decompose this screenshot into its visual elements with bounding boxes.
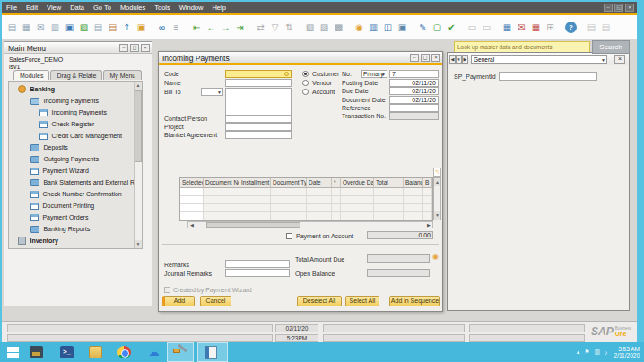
new-document-icon[interactable]: ▢	[431, 22, 443, 33]
table-cell[interactable]	[307, 196, 332, 204]
report-alert-icon[interactable]: ▦	[530, 22, 542, 33]
scroll-left-icon[interactable]: ◀	[188, 222, 196, 228]
vendor-radio-label[interactable]: Vendor	[312, 80, 332, 86]
sidebar-item-deposits[interactable]: Deposits	[30, 142, 143, 153]
sp-paymentid-field[interactable]	[499, 72, 597, 81]
table-horizontal-scrollbar[interactable]: ◀ ▶	[187, 221, 433, 228]
choose-from-list-icon[interactable]	[284, 72, 289, 76]
table-cell[interactable]	[180, 204, 204, 212]
table-cell[interactable]	[341, 212, 374, 220]
vendor-radio[interactable]	[302, 80, 309, 86]
bill-to-dropdown[interactable]: ▼	[201, 88, 223, 96]
menu-help[interactable]: Help	[212, 4, 225, 12]
sidebar-item-document-printing[interactable]: Document Printing	[30, 200, 143, 211]
file-explorer-icon[interactable]	[89, 346, 102, 358]
category-list-icon[interactable]: ▾	[456, 55, 462, 64]
sidebar-item-outgoing-payments[interactable]: Outgoing Payments	[30, 153, 143, 165]
table-cell[interactable]	[180, 188, 204, 196]
table-cell[interactable]	[204, 212, 239, 220]
sidebar-item-check-number-confirmation[interactable]: Check Number Confirmation	[30, 188, 143, 200]
column-header-installment[interactable]: Installment	[239, 178, 271, 188]
split-window-icon[interactable]: ◫	[382, 22, 394, 33]
find-icon[interactable]: ∞	[156, 22, 168, 33]
form-settings2-icon[interactable]: ▤	[600, 22, 612, 33]
sidebar-item-credit-card-management[interactable]: Credit Card Management	[39, 130, 143, 142]
scroll-right-icon[interactable]: ▶	[425, 222, 432, 228]
table-cell[interactable]	[332, 196, 341, 204]
table-cell[interactable]	[404, 204, 423, 212]
form-settings-icon[interactable]: ▤	[586, 22, 597, 33]
filter-icon[interactable]: ▽	[269, 22, 281, 33]
message-alert-icon[interactable]: ✉	[516, 22, 527, 33]
launch-app-icon[interactable]: ⇑	[121, 22, 133, 33]
table-cell[interactable]	[239, 196, 271, 204]
column-header-document-no[interactable]: Document No.	[204, 178, 239, 188]
table-cell[interactable]	[332, 204, 341, 212]
table-cell[interactable]	[404, 212, 423, 220]
select-all-button[interactable]: Select All	[345, 296, 379, 306]
customer-radio[interactable]	[302, 71, 309, 77]
sort-icon[interactable]: ⇅	[283, 22, 295, 33]
table-cell[interactable]	[374, 196, 404, 204]
column-header-total[interactable]: Total	[374, 178, 404, 188]
table-cell[interactable]	[341, 188, 374, 196]
export-excel-icon[interactable]: ▧	[78, 22, 90, 33]
table-cell[interactable]	[271, 188, 307, 196]
menu-tools[interactable]: Tools	[154, 4, 170, 12]
taskbar-clock[interactable]: 3:53 AM 2/11/2020	[614, 346, 640, 358]
sidebar-item-incoming-payments[interactable]: Incoming Payments	[39, 107, 143, 118]
sidebar-item-incoming-payments-folder[interactable]: Incoming Payments	[30, 95, 143, 107]
close-panel-icon[interactable]: ×	[614, 55, 625, 64]
table-cell[interactable]	[204, 204, 239, 212]
print-layout-icon[interactable]: ▣	[64, 22, 75, 33]
server-manager-icon[interactable]	[30, 346, 43, 358]
first-record-icon[interactable]: ⇤	[191, 22, 203, 33]
incoming-payments-titlebar[interactable]: Incoming Payments – ◻ ×	[159, 52, 442, 65]
journal-remarks-field[interactable]	[225, 269, 290, 277]
add-button[interactable]: Add	[162, 296, 195, 306]
last-record-icon[interactable]: ⇥	[234, 22, 246, 33]
minimize-icon[interactable]: –	[119, 44, 128, 52]
project-field[interactable]	[225, 123, 292, 131]
account-radio[interactable]	[302, 89, 309, 95]
minimize-icon[interactable]: –	[410, 54, 419, 62]
cancel-button[interactable]: Cancel	[200, 296, 231, 306]
previous-category-icon[interactable]: ◀	[449, 55, 456, 64]
export-pdf-icon[interactable]: ▤	[107, 22, 118, 33]
account-radio-label[interactable]: Account	[312, 89, 335, 95]
table-cell[interactable]	[307, 212, 332, 220]
table-cell[interactable]	[271, 196, 307, 204]
table-cell[interactable]	[239, 188, 271, 196]
price-report-icon[interactable]: ▥	[368, 22, 379, 33]
sap-business-one-taskbar-item[interactable]	[197, 342, 228, 362]
table-cell[interactable]	[423, 204, 432, 212]
menu-window[interactable]: Window	[179, 4, 204, 12]
comment2-icon[interactable]: ▭	[481, 22, 492, 33]
cloud-app-icon[interactable]: ☁	[147, 346, 161, 358]
sidebar-item-inventory[interactable]: Inventory	[18, 235, 139, 246]
reference-field[interactable]	[389, 104, 439, 112]
name-field[interactable]	[225, 79, 292, 87]
refresh-icon[interactable]: ⇄	[255, 22, 266, 33]
copy-icon[interactable]: ▧	[304, 22, 316, 33]
magnify-window-icon[interactable]: ▣	[396, 22, 408, 33]
show-hidden-icons[interactable]: ▴	[577, 349, 580, 356]
scroll-down-icon[interactable]: ▼	[434, 211, 440, 220]
export-page-icon[interactable]: ▥	[49, 22, 61, 33]
table-cell[interactable]	[374, 212, 404, 220]
document-number-field[interactable]: 7	[389, 70, 439, 78]
document-confirm-icon[interactable]: ✔	[446, 22, 457, 33]
scroll-down-icon[interactable]: ▼	[135, 240, 142, 248]
table-cell[interactable]	[239, 212, 271, 220]
sidebar-item-banking-reports[interactable]: Banking Reports	[30, 223, 143, 235]
maximize-icon[interactable]: ◻	[421, 54, 430, 62]
scroll-thumb[interactable]	[135, 90, 142, 162]
print-icon[interactable]: ▦	[21, 22, 32, 33]
menu-goto[interactable]: Go To	[93, 4, 111, 12]
start-button[interactable]	[7, 347, 19, 358]
series-dropdown[interactable]: Primary▼	[361, 70, 387, 78]
maximize-icon[interactable]: ◻	[130, 44, 139, 52]
table-cell[interactable]	[180, 212, 204, 220]
sidebar-item-bank-statements[interactable]: Bank Statements and External Reconcil	[30, 177, 143, 188]
menu-data[interactable]: Data	[70, 4, 84, 12]
